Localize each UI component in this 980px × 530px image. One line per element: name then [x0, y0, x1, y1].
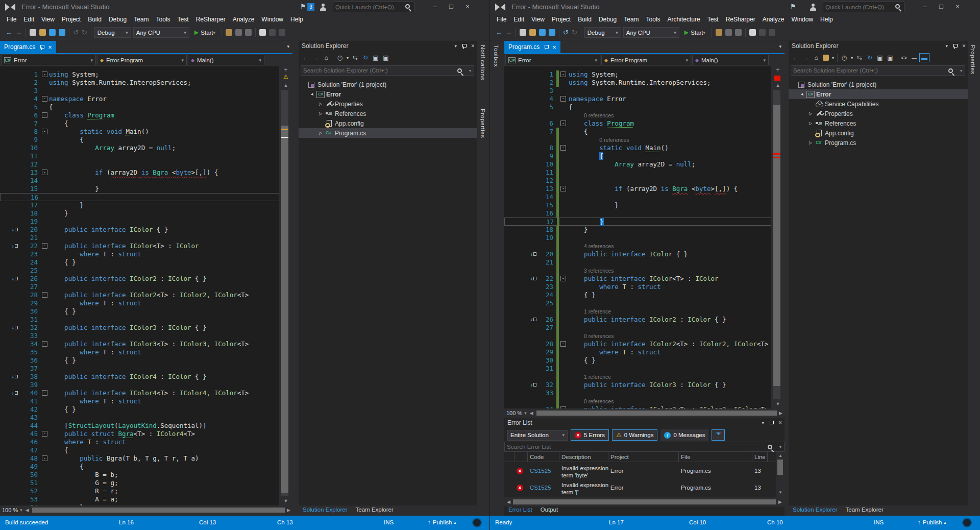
- tree-item-error[interactable]: ▼Error: [789, 89, 968, 99]
- scroll-right-icon[interactable]: ▶: [779, 411, 782, 416]
- code-line[interactable]: 7 {: [0, 119, 279, 128]
- project-dropdown[interactable]: C#Error▾: [505, 55, 600, 65]
- chevron-down-icon[interactable]: ▾: [345, 53, 350, 62]
- code-line[interactable]: 23 where T : struct: [0, 250, 279, 258]
- code-line[interactable]: ↓26 public interface IColor2 : IColor { …: [0, 275, 279, 283]
- close-icon[interactable]: ×: [778, 419, 782, 426]
- code-line[interactable]: 13- if (array2D is Bgra <byte>[,]) {: [504, 185, 771, 193]
- tab-output[interactable]: Output: [536, 505, 562, 516]
- feedback-person-icon[interactable]: [809, 4, 817, 11]
- type-dropdown[interactable]: ◆Error.Program▾: [601, 55, 691, 65]
- codelens-indicator[interactable]: 4 references: [504, 242, 771, 250]
- scroll-left-icon[interactable]: ◀: [507, 499, 510, 504]
- filter-button[interactable]: [712, 429, 725, 441]
- properties-icon[interactable]: —: [909, 53, 919, 62]
- menu-item-architecture[interactable]: Architecture: [664, 15, 704, 24]
- document-well-dropdown-icon[interactable]: ▾: [287, 44, 289, 49]
- code-line[interactable]: 1-using System;: [504, 70, 771, 79]
- scroll-up-icon[interactable]: ▲: [279, 83, 292, 88]
- fold-toggle-icon[interactable]: -: [42, 292, 47, 298]
- editor-scrollbar[interactable]: +▲▼: [771, 66, 785, 408]
- show-all-files-icon[interactable]: ▣: [885, 53, 895, 62]
- code-line[interactable]: 53 A = a;: [0, 495, 279, 503]
- code-line[interactable]: 10 Array array2D = null;: [504, 160, 771, 168]
- back-icon[interactable]: ←: [301, 53, 311, 62]
- side-tab-properties[interactable]: Properties: [970, 45, 976, 74]
- menu-item-help[interactable]: Help: [817, 15, 837, 24]
- fold-toggle-icon[interactable]: -: [42, 455, 47, 461]
- error-list-search-input[interactable]: [505, 444, 768, 450]
- tree-expander-open[interactable]: ▼: [309, 91, 316, 98]
- chevron-down-icon[interactable]: ▾: [830, 53, 836, 62]
- bookmark-icon[interactable]: [749, 29, 756, 36]
- codelens-indicator[interactable]: 1 reference: [504, 307, 771, 316]
- menu-item-build[interactable]: Build: [574, 15, 595, 24]
- code-line[interactable]: 44 [StructLayout(LayoutKind.Sequential)]: [0, 422, 279, 430]
- sync-with-active-document-icon[interactable]: ⇆: [854, 53, 865, 62]
- chevron-down-icon[interactable]: ▾: [469, 68, 471, 73]
- close-icon[interactable]: ×: [962, 42, 966, 50]
- fold-toggle-icon[interactable]: -: [560, 71, 566, 77]
- code-line[interactable]: 45- public struct Bgra<T> : IColor4<T>: [0, 430, 279, 438]
- search-icon[interactable]: [405, 4, 410, 9]
- code-line[interactable]: ↓32 public interface IColor3 : IColor { …: [0, 324, 279, 332]
- fold-toggle-icon[interactable]: -: [42, 390, 47, 396]
- menu-item-window[interactable]: Window: [258, 15, 287, 24]
- document-well-dropdown-icon[interactable]: ▾: [779, 44, 781, 49]
- menu-item-team[interactable]: Team: [130, 15, 152, 24]
- notification-badge[interactable]: 3: [307, 3, 314, 11]
- minimize-button[interactable]: –: [918, 1, 932, 12]
- chevron-down-icon[interactable]: ▾: [20, 508, 22, 513]
- pin-icon[interactable]: [39, 44, 44, 50]
- menu-item-view[interactable]: View: [528, 15, 548, 24]
- codelens-indicator[interactable]: 0 references: [504, 136, 771, 144]
- error-code-link[interactable]: CS1525: [528, 480, 559, 497]
- code-line[interactable]: 13- if (array2D is Bgra <byte>[,]) {: [0, 168, 279, 177]
- error-list-scrollbar[interactable]: ▲▼: [776, 452, 785, 497]
- code-line[interactable]: 4-namespace Error: [504, 95, 771, 103]
- code-line[interactable]: 3: [0, 87, 279, 95]
- scrollbar-thumb[interactable]: [773, 105, 780, 386]
- scroll-right-icon[interactable]: ▶: [778, 499, 782, 504]
- solution-explorer-search-input[interactable]: [301, 67, 457, 74]
- fold-toggle-icon[interactable]: -: [42, 129, 47, 134]
- splitter-icon[interactable]: +: [279, 66, 292, 74]
- splitter-icon[interactable]: +: [771, 66, 785, 74]
- close-icon[interactable]: ×: [471, 42, 475, 50]
- bookmark-next-icon[interactable]: [269, 29, 276, 36]
- code-line[interactable]: 47 {: [0, 446, 279, 454]
- scroll-left-icon[interactable]: ◀: [26, 508, 29, 513]
- quick-launch-input[interactable]: [335, 3, 402, 12]
- navigate-forward-icon[interactable]: →: [15, 29, 22, 36]
- code-line[interactable]: 2using System.Runtime.InteropServices;: [0, 79, 279, 87]
- fold-toggle-icon[interactable]: -: [42, 243, 47, 249]
- code-line[interactable]: 24 { }: [504, 291, 771, 299]
- search-icon[interactable]: [768, 445, 772, 449]
- navigate-back-icon[interactable]: ←: [6, 29, 12, 36]
- tree-expander-open[interactable]: ▼: [799, 91, 806, 98]
- chevron-down-icon[interactable]: ▾: [779, 445, 781, 449]
- menu-item-analyze[interactable]: Analyze: [759, 15, 788, 24]
- messages-filter-button[interactable]: i0 Messages: [660, 429, 708, 441]
- fold-toggle-icon[interactable]: -: [560, 186, 566, 191]
- preview-selected-items-icon[interactable]: ▬: [919, 53, 929, 62]
- code-line[interactable]: 41 where T : struct: [0, 397, 279, 405]
- code-line[interactable]: 29 where T : struct: [504, 348, 771, 356]
- code-line[interactable]: 7 {: [504, 128, 771, 136]
- forward-icon[interactable]: →: [311, 53, 321, 62]
- code-line[interactable]: 6- class Program: [504, 119, 771, 128]
- scroll-right-icon[interactable]: ▶: [287, 508, 290, 513]
- solution-explorer-search[interactable]: ▾: [301, 65, 474, 76]
- code-line[interactable]: 24 { }: [0, 258, 279, 267]
- back-icon[interactable]: ←: [791, 53, 801, 62]
- pending-changes-icon[interactable]: ◷: [839, 53, 849, 62]
- menu-item-resharper[interactable]: ReSharper: [192, 15, 229, 24]
- new-file-icon[interactable]: [30, 29, 36, 36]
- code-line[interactable]: 12: [504, 177, 771, 185]
- code-line[interactable]: 27: [0, 283, 279, 291]
- code-line[interactable]: ↓38 public interface IColor4 : IColor { …: [0, 373, 279, 381]
- collapse-all-icon[interactable]: ▣: [371, 53, 381, 62]
- quick-launch-box[interactable]: [823, 2, 904, 12]
- build-icon[interactable]: [226, 29, 232, 36]
- menu-item-tools[interactable]: Tools: [153, 15, 174, 24]
